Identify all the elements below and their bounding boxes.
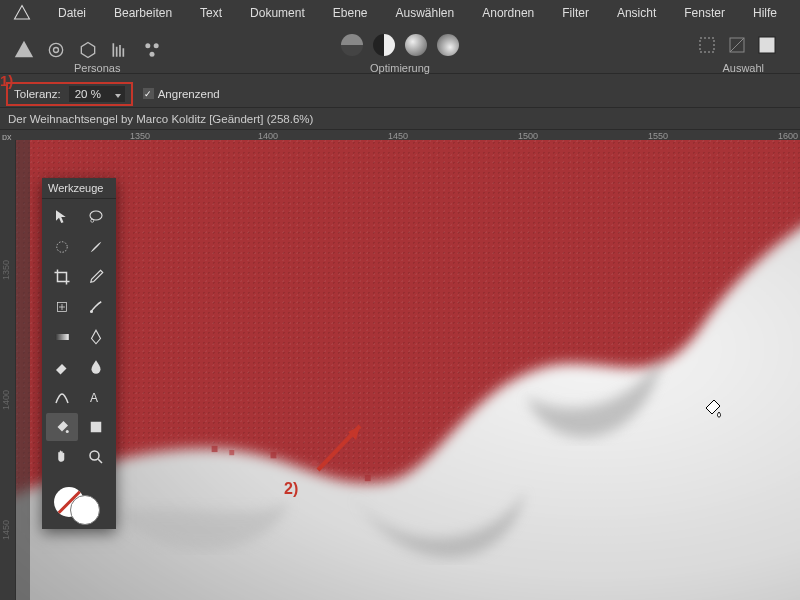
sel-none-icon[interactable] — [726, 34, 748, 56]
persona-develop-icon[interactable] — [76, 38, 100, 62]
crop-tool-icon[interactable] — [46, 263, 78, 291]
sel-refine-icon[interactable] — [756, 34, 778, 56]
svg-point-19 — [91, 219, 94, 222]
menu-bearbeiten[interactable]: Bearbeiten — [100, 2, 186, 24]
vector-brush-icon[interactable] — [46, 383, 78, 411]
document-title-bar: Der Weihnachtsengel by Marco Kolditz [Ge… — [0, 108, 800, 130]
tools-panel-title: Werkzeuge — [42, 178, 116, 199]
svg-marker-1 — [15, 40, 33, 57]
canvas-area[interactable] — [16, 140, 800, 600]
menu-dokument[interactable]: Dokument — [236, 2, 319, 24]
opt-4-icon[interactable] — [437, 34, 459, 56]
lasso-tool-icon[interactable] — [80, 203, 112, 231]
optimize-label: Optimierung — [370, 62, 430, 74]
contiguous-checkbox[interactable]: ✓ Angrenzend — [143, 88, 220, 100]
eraser-tool-icon[interactable] — [46, 353, 78, 381]
opt-3-icon[interactable] — [405, 34, 427, 56]
app-logo — [12, 3, 32, 23]
svg-point-25 — [66, 430, 69, 433]
svg-rect-15 — [271, 452, 277, 458]
selection-brush-icon[interactable] — [46, 233, 78, 261]
menu-ebene[interactable]: Ebene — [319, 2, 382, 24]
menu-filter[interactable]: Filter — [548, 2, 603, 24]
menu-fenster[interactable]: Fenster — [670, 2, 739, 24]
bucket-cursor-icon — [702, 398, 724, 420]
menu-text[interactable]: Text — [186, 2, 236, 24]
svg-point-7 — [150, 51, 155, 56]
svg-text:A: A — [90, 391, 98, 405]
menu-bar: Datei Bearbeiten Text Dokument Ebene Aus… — [0, 0, 800, 26]
svg-line-10 — [730, 38, 744, 52]
svg-line-28 — [98, 459, 102, 463]
shape-tool-icon[interactable] — [80, 413, 112, 441]
menu-hilfe[interactable]: Hilfe — [739, 2, 791, 24]
hand-tool-icon[interactable] — [46, 443, 78, 471]
menu-auswaehlen[interactable]: Auswählen — [381, 2, 468, 24]
persona-toolbar: Personas Optimierung Auswahl — [0, 26, 800, 74]
menu-anordnen[interactable]: Anordnen — [468, 2, 548, 24]
context-bar: Toleranz: 20 % ✓ Angrenzend — [0, 80, 800, 108]
selection-label: Auswahl — [722, 62, 764, 74]
image-content — [16, 180, 800, 600]
check-icon: ✓ — [143, 88, 154, 99]
menu-datei[interactable]: Datei — [44, 2, 100, 24]
persona-tone-icon[interactable] — [108, 38, 132, 62]
clone-brush-icon[interactable] — [80, 293, 112, 321]
annotation-2: 2) — [284, 480, 298, 498]
gradient-tool-icon[interactable] — [46, 323, 78, 351]
svg-point-3 — [54, 47, 59, 52]
annotation-1: 1) — [0, 72, 13, 89]
svg-rect-23 — [55, 334, 69, 340]
sel-marquee-icon[interactable] — [696, 34, 718, 56]
personas-label: Personas — [74, 62, 120, 74]
heal-brush-icon[interactable] — [46, 293, 78, 321]
svg-point-20 — [57, 242, 68, 253]
tools-panel: Werkzeuge A — [42, 178, 116, 529]
menu-ansicht[interactable]: Ansicht — [603, 2, 670, 24]
svg-point-5 — [145, 43, 150, 48]
contiguous-label: Angrenzend — [158, 88, 220, 100]
tolerance-dropdown[interactable]: 20 % — [69, 86, 125, 102]
svg-rect-11 — [759, 37, 775, 53]
opt-1-icon[interactable] — [341, 34, 363, 56]
tolerance-control: Toleranz: 20 % — [6, 82, 133, 106]
svg-point-2 — [49, 43, 62, 56]
svg-point-18 — [90, 211, 102, 220]
zoom-tool-icon[interactable] — [80, 443, 112, 471]
foreground-swatch-icon[interactable] — [70, 495, 100, 525]
eyedropper-icon[interactable] — [80, 263, 112, 291]
paint-brush-icon[interactable] — [80, 233, 112, 261]
svg-point-27 — [90, 451, 99, 460]
svg-point-6 — [154, 43, 159, 48]
svg-rect-26 — [91, 422, 102, 433]
svg-marker-4 — [81, 42, 94, 57]
persona-liquify-icon[interactable] — [44, 38, 68, 62]
opt-2-icon[interactable] — [373, 34, 395, 56]
flood-fill-tool-icon[interactable] — [46, 413, 78, 441]
pen-tool-icon[interactable] — [80, 323, 112, 351]
annotation-arrow-icon — [310, 412, 380, 482]
svg-rect-13 — [212, 446, 218, 452]
canvas-margin — [0, 140, 30, 600]
persona-photo-icon[interactable] — [12, 38, 36, 62]
color-swatches[interactable] — [42, 475, 116, 529]
move-tool-icon[interactable] — [46, 203, 78, 231]
document-title: Der Weihnachtsengel by Marco Kolditz [Ge… — [8, 113, 313, 125]
blur-tool-icon[interactable] — [80, 353, 112, 381]
svg-marker-0 — [15, 6, 30, 20]
svg-point-22 — [90, 310, 93, 313]
svg-rect-8 — [700, 38, 714, 52]
persona-export-icon[interactable] — [140, 38, 164, 62]
text-tool-icon[interactable]: A — [80, 383, 112, 411]
svg-rect-14 — [229, 450, 234, 455]
tolerance-label: Toleranz: — [14, 88, 61, 100]
